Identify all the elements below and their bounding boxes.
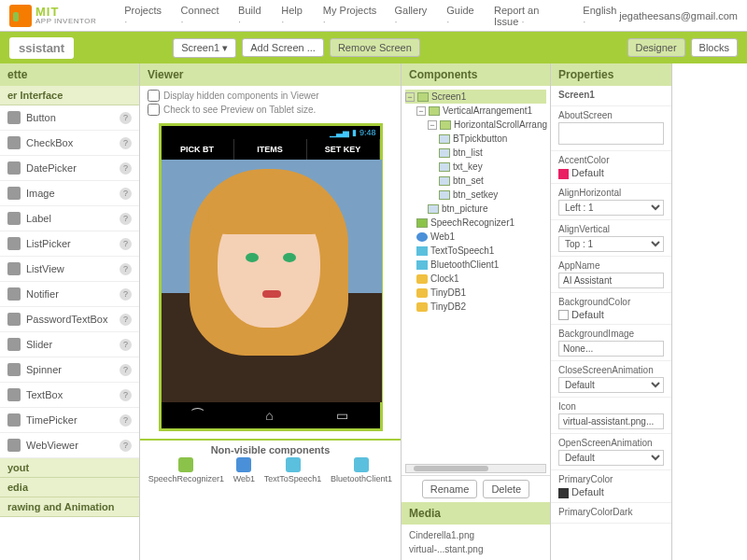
sel-closeanim[interactable]: Default xyxy=(558,377,664,393)
nav-help[interactable]: Help xyxy=(281,5,306,27)
tree-tts[interactable]: TextToSpeech1 xyxy=(416,244,546,258)
tree-txtkey[interactable]: txt_key xyxy=(439,160,546,174)
component-icon xyxy=(439,190,450,200)
help-icon[interactable]: ? xyxy=(120,263,132,275)
nvc-web[interactable]: Web1 xyxy=(233,457,255,483)
tree-scrollbar[interactable] xyxy=(405,464,546,473)
help-icon[interactable]: ? xyxy=(120,238,132,250)
help-icon[interactable]: ? xyxy=(120,112,132,124)
tree-speech[interactable]: SpeechRecognizer1 xyxy=(416,216,546,230)
input-about[interactable] xyxy=(558,122,664,145)
tab-items[interactable]: ITEMS xyxy=(234,139,307,160)
pal-spinner[interactable]: Spinner? xyxy=(0,357,139,383)
checkbox-tablet[interactable] xyxy=(148,104,160,116)
opt-tablet[interactable]: Check to see Preview on Tablet size. xyxy=(148,104,393,116)
pal-slider[interactable]: Slider? xyxy=(0,332,139,357)
nav-myprojects[interactable]: My Projects xyxy=(323,5,378,27)
palette-section-drawing[interactable]: rawing and Animation xyxy=(0,497,139,517)
pal-notifier[interactable]: Notifier? xyxy=(0,282,139,307)
designer-button[interactable]: Designer xyxy=(627,38,685,57)
media-item[interactable]: virtual-...stant.png xyxy=(409,542,543,556)
delete-button[interactable]: Delete xyxy=(483,480,529,498)
help-icon[interactable]: ? xyxy=(120,137,132,149)
remove-screen-button[interactable]: Remove Screen xyxy=(330,38,420,57)
palette-section-ui[interactable]: er Interface xyxy=(0,86,139,105)
val-primary[interactable]: Default xyxy=(558,486,664,498)
palette-section-layout[interactable]: yout xyxy=(0,458,139,478)
recents-icon[interactable]: ▭ xyxy=(336,408,348,423)
screen-selector[interactable]: Screen1 ▾ xyxy=(173,38,236,58)
pal-image[interactable]: Image? xyxy=(0,181,139,206)
phone-canvas[interactable] xyxy=(162,160,382,402)
pal-listview[interactable]: ListView? xyxy=(0,257,139,282)
tree-btclient[interactable]: BluetoothClient1 xyxy=(416,258,546,272)
tree-btnlist[interactable]: btn_list xyxy=(439,146,546,160)
add-screen-button[interactable]: Add Screen ... xyxy=(242,38,324,57)
help-icon[interactable]: ? xyxy=(120,414,132,427)
user-email[interactable]: jegatheesans@gmail.com xyxy=(619,10,738,21)
home-icon[interactable]: ⌂ xyxy=(265,408,273,423)
checkbox-hidden[interactable] xyxy=(148,90,160,102)
tree-btpick[interactable]: BTpickbutton xyxy=(439,132,546,146)
nav-gallery[interactable]: Gallery xyxy=(395,5,430,27)
rename-button[interactable]: Rename xyxy=(422,480,478,498)
tree-va[interactable]: −VerticalArrangement1 xyxy=(416,104,546,118)
help-icon[interactable]: ? xyxy=(120,213,132,225)
help-icon[interactable]: ? xyxy=(120,440,132,452)
input-icon[interactable] xyxy=(558,413,664,429)
nav-guide[interactable]: Guide xyxy=(446,5,477,27)
expander-icon[interactable]: − xyxy=(428,120,437,130)
sel-alignv[interactable]: Top : 1 xyxy=(558,236,664,252)
tree-btnsetkey[interactable]: btn_setkey xyxy=(439,188,546,202)
tree-screen1[interactable]: −Screen1 xyxy=(405,90,546,104)
palette-section-media[interactable]: edia xyxy=(0,478,139,497)
pal-label[interactable]: Label? xyxy=(0,206,139,231)
tree-web[interactable]: Web1 xyxy=(416,230,546,244)
blocks-button[interactable]: Blocks xyxy=(691,38,738,57)
help-icon[interactable]: ? xyxy=(120,188,132,200)
expander-icon[interactable]: − xyxy=(405,92,415,102)
sel-openanim[interactable]: Default xyxy=(558,450,664,466)
pal-timepicker[interactable]: TimePicker? xyxy=(0,408,139,433)
pal-webviewer[interactable]: WebViewer? xyxy=(0,433,139,458)
input-appname[interactable] xyxy=(558,273,664,288)
help-icon[interactable]: ? xyxy=(120,162,132,175)
tab-pickbt[interactable]: PICK BT xyxy=(162,139,234,160)
pal-datepicker[interactable]: DatePicker? xyxy=(0,156,139,181)
tab-setkey[interactable]: SET KEY xyxy=(307,139,380,160)
tree-tinydb2[interactable]: TinyDB2 xyxy=(416,300,546,314)
nav-build[interactable]: Build xyxy=(238,5,264,27)
pal-listpicker[interactable]: ListPicker? xyxy=(0,231,139,257)
pal-password[interactable]: PasswordTextBox? xyxy=(0,307,139,332)
tree-btnset[interactable]: btn_set xyxy=(439,174,546,188)
help-icon[interactable]: ? xyxy=(120,288,132,301)
nav-connect[interactable]: Connect xyxy=(181,5,221,27)
nvc-speech[interactable]: SpeechRecognizer1 xyxy=(148,457,224,483)
opt-hidden[interactable]: Display hidden components in Viewer xyxy=(148,90,393,102)
tree-tinydb1[interactable]: TinyDB1 xyxy=(416,286,546,300)
nav-projects[interactable]: Projects xyxy=(124,5,163,27)
pal-button[interactable]: Button? xyxy=(0,105,139,131)
val-accent[interactable]: Default xyxy=(558,167,664,179)
sel-alignh[interactable]: Left : 1 xyxy=(558,200,664,216)
nvc-bt[interactable]: BluetoothClient1 xyxy=(331,457,392,483)
nav-lang[interactable]: English xyxy=(583,5,619,27)
expander-icon[interactable]: − xyxy=(416,106,426,116)
tree-hsa[interactable]: −HorizontalScrollArrang xyxy=(428,118,546,132)
help-icon[interactable]: ? xyxy=(120,389,132,401)
nvc-tts[interactable]: TextToSpeech1 xyxy=(264,457,322,483)
pal-textbox[interactable]: TextBox? xyxy=(0,383,139,408)
help-icon[interactable]: ? xyxy=(120,339,132,351)
nav-report[interactable]: Report an Issue xyxy=(494,5,566,27)
bt-icon xyxy=(416,260,428,270)
val-bgcolor[interactable]: Default xyxy=(558,309,664,321)
media-item[interactable]: Cinderella1.png xyxy=(409,528,543,542)
toolbar: ssistant Screen1 ▾ Add Screen ... Remove… xyxy=(0,32,747,63)
back-icon[interactable]: ⁀ xyxy=(192,408,203,423)
help-icon[interactable]: ? xyxy=(120,314,132,326)
pal-checkbox[interactable]: CheckBox? xyxy=(0,131,139,156)
help-icon[interactable]: ? xyxy=(120,364,132,376)
tree-btnpic[interactable]: btn_picture xyxy=(428,202,546,216)
input-bgimg[interactable] xyxy=(558,341,664,357)
tree-clock[interactable]: Clock1 xyxy=(416,272,546,286)
